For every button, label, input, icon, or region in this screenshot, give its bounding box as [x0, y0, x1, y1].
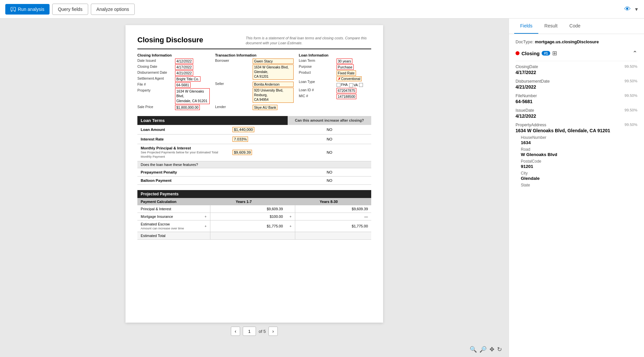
tab-code[interactable]: Code [563, 19, 586, 34]
interest-rate-yn: NO [288, 134, 371, 144]
file-value: 64-5681 [175, 82, 191, 88]
svg-marker-3 [13, 8, 14, 10]
years2-header: Years 8-30 [286, 198, 371, 205]
other-checkbox [359, 83, 363, 87]
loan-amount-yn: NO [288, 125, 371, 135]
grid-icon[interactable]: ⊞ [552, 50, 557, 57]
mortgage-years1: $100.00 [210, 213, 286, 220]
balloon-value [229, 176, 288, 184]
balloon-label: Balloon Payment [137, 176, 229, 184]
disbursement-date-field-label: DisbursementDate [516, 79, 550, 84]
seller-name: Bonita Anderson [253, 82, 294, 87]
escrow-years1: $1,775.00 [210, 220, 286, 232]
tab-result[interactable]: Result [538, 19, 563, 34]
analyze-options-button[interactable]: Analyze options [91, 4, 135, 15]
balloon-yn: NO [288, 176, 371, 184]
mortgage-label: Mortgage Insurance [137, 213, 201, 220]
loan-amount-label: Loan Amount [137, 125, 229, 135]
section-badge: #1 [542, 51, 550, 56]
loan-terms-header: Loan Terms [137, 116, 288, 125]
fha-checkbox: FHA [337, 83, 348, 87]
prepayment-yn: NO [288, 168, 371, 176]
seller-addr: 920 University Blvd, Rexburg,CA 94954 [253, 88, 294, 103]
doctype-row: DocType: mortgage.us.closingDisclosure [516, 39, 637, 44]
mic-label: MIC # [299, 94, 335, 99]
interest-rate-value: 7.033% [229, 134, 288, 144]
panel-tabs: Fields Result Code [509, 19, 644, 34]
escrow-label: Estimated Escrow Amount can increase ove… [137, 220, 201, 232]
zoom-out-button[interactable]: 🔍 [470, 346, 477, 353]
page-number-input[interactable] [243, 327, 256, 336]
date-issued-value: 4/12/2022 [175, 59, 193, 64]
property-address-field-value: 1634 W Glenoaks Blvd, Glendale, CA 91201 [516, 128, 637, 133]
closing-date-confidence: 99.50% [625, 64, 637, 69]
info-sections: Closing Information Date Issued4/12/2022… [137, 53, 371, 111]
sale-price-label: Sale Price [137, 105, 174, 110]
property-sub-fields: HouseNumber 1634 Road W Glenoaks Blvd Po… [521, 135, 637, 187]
projected-payments-header: Projected Payments [137, 190, 371, 198]
property-address-field: PropertyAddress 99.50% 1634 W Glenoaks B… [516, 123, 637, 187]
sale-price-value: $1,800,000.00 [175, 105, 200, 110]
issue-date-field-value: 4/12/2022 [516, 113, 637, 119]
loan-id-value: 672047875 [337, 88, 357, 93]
road-sub-value: W Glenoaks Blvd [521, 152, 637, 157]
closing-info-header: Closing Information [137, 53, 210, 57]
property-label: Property [137, 88, 174, 104]
issue-date-confidence: 99.50% [625, 108, 637, 113]
issue-date-field-label: IssueDate [516, 108, 534, 113]
prepayment-label: Prepayment Penalty [137, 168, 229, 176]
next-page-button[interactable]: › [268, 327, 278, 336]
closing-date-field: ClosingDate 99.50% 4/17/2022 [516, 64, 637, 75]
closing-date-field-label: ClosingDate [516, 64, 538, 69]
payment-calc-header: Payment Calculation [137, 198, 201, 205]
city-sub-label: City [521, 171, 637, 176]
chevron-down-icon[interactable]: ▼ [634, 7, 639, 12]
mortgage-years2: — [295, 213, 371, 220]
loan-amount-value: $1,440,000 [229, 125, 288, 135]
fit-page-button[interactable]: ✥ [489, 346, 494, 353]
transaction-info-col: Transaction Information Borrower Gwen St… [210, 53, 294, 111]
road-sub-label: Road [521, 147, 637, 152]
panel-body: DocType: mortgage.us.closingDisclosure C… [509, 34, 644, 357]
purpose-label: Purpose [299, 64, 335, 70]
document-viewer: Closing Disclosure This form is a statem… [0, 19, 509, 357]
property-value: 1634 W Glenoaks Blvd,Glendale, CA 91201 [175, 88, 210, 104]
loan-terms-table: Loan Terms Can this amount increase afte… [137, 116, 371, 185]
property-address-field-label: PropertyAddress [516, 123, 546, 127]
rotate-button[interactable]: ↻ [497, 346, 502, 353]
run-icon [11, 7, 16, 12]
page-total: of 5 [259, 329, 266, 334]
eye-icon[interactable]: 👁 [624, 5, 631, 13]
document-page: Closing Disclosure This form is a statem… [125, 25, 383, 323]
loan-info-header: Loan Information [299, 53, 371, 57]
collapse-icon[interactable]: ⌃ [632, 50, 637, 57]
file-label: File # [137, 82, 174, 88]
file-number-field-label: FileNumber [516, 94, 537, 98]
prev-page-button[interactable]: ‹ [231, 327, 240, 336]
purpose-value: Purchase [337, 64, 354, 70]
product-label: Product [299, 70, 335, 76]
lender-label: Lender [215, 105, 251, 110]
query-fields-button[interactable]: Query fields [52, 4, 88, 15]
run-analysis-button[interactable]: Run analysis [5, 4, 50, 15]
borrower-addr: 1634 W Glenoaks Blvd, Glendale,CA 91201 [253, 64, 294, 80]
document-navigation: ‹ of 5 › [125, 323, 383, 340]
house-number-sub-value: 1634 [521, 140, 637, 145]
disbursement-date-confidence: 99.50% [625, 79, 637, 84]
closing-info-col: Closing Information Date Issued4/12/2022… [137, 53, 210, 111]
lender-value: Skye AU Bank [253, 105, 277, 110]
tab-fields[interactable]: Fields [514, 19, 538, 34]
city-sub-value: Glendale [521, 176, 637, 181]
disbursement-date-value: 4/21/2022 [175, 70, 193, 76]
house-number-sub-label: HouseNumber [521, 135, 637, 140]
zoom-in-button[interactable]: 🔍 [480, 346, 487, 353]
projected-payments-table: Projected Payments Payment Calculation Y… [137, 190, 371, 240]
principal-years1: $9,609.39 [210, 205, 286, 213]
borrower-name: Gwen Stacy [253, 59, 294, 64]
monthly-pi-label: Monthly Principal & Interest See Project… [137, 144, 229, 161]
disbursement-date-label: Disbursement Date [137, 70, 174, 76]
section-header: Closing #1 ⊞ ⌃ [516, 50, 637, 57]
mic-value: 147188500 [337, 94, 357, 99]
monthly-pi-value: $9,609.39 [229, 144, 288, 161]
principal-label: Principal & Interest [137, 205, 201, 213]
